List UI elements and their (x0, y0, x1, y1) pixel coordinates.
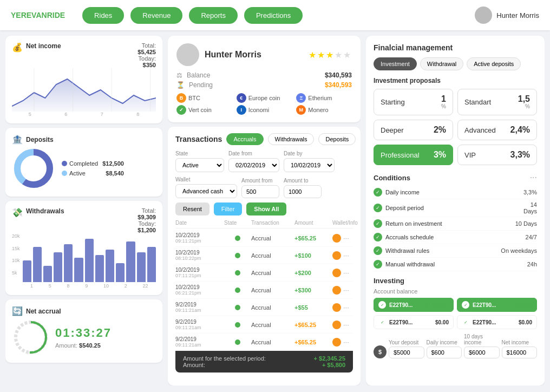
ten-days-input[interactable] (464, 347, 500, 358)
wallet-icon (332, 251, 341, 260)
more-icon[interactable]: ··· (343, 303, 349, 311)
tx-amount: +$300 (294, 287, 332, 293)
condition-row: ✓ Withdrawal rules On weekdays (374, 244, 537, 258)
more-icon[interactable]: ··· (343, 269, 349, 277)
filter-amount-from: Amount from (241, 178, 279, 198)
bar (23, 260, 31, 282)
tx-date: 10/2/201908:10:22pm (175, 250, 224, 261)
daily-income-input[interactable] (427, 347, 462, 358)
tx-wallet: ··· (332, 321, 361, 329)
completed-dot (62, 161, 67, 166)
filter-row-2: Wallet Advanced cash Amount from Amount … (175, 177, 353, 215)
tab-active-deposits[interactable]: Active deposits (467, 57, 521, 70)
nav-revenue-button[interactable]: Revenue (130, 7, 182, 24)
tx-state-dot (235, 305, 240, 310)
tx-header: Transactions Accruals Withdrawals Deposi… (175, 133, 353, 145)
header-right: Hunter Morris (475, 6, 539, 24)
proposal-button[interactable]: VIP 3,3% (457, 145, 537, 165)
proposals-title: Investment proposals (374, 77, 537, 84)
profile-name: Hunter Morris (205, 50, 261, 60)
tab-withdrawal[interactable]: Withdrawal (420, 57, 463, 70)
transactions-card: Transactions Accruals Withdrawals Deposi… (168, 127, 361, 386)
nav-rides-button[interactable]: Rides (82, 7, 124, 24)
coin-vert: ✓Vert coin (176, 105, 232, 115)
account-item[interactable]: ✓ E22T90... $0.00 (374, 315, 454, 329)
proposal-button[interactable]: Advanced 2,4% (457, 120, 537, 140)
bar (147, 247, 156, 282)
bar (54, 252, 62, 282)
bar (137, 252, 146, 282)
condition-row: ✓ Manual withdrawal 24h (374, 258, 537, 271)
bar (126, 241, 135, 282)
withdrawals-title: Withdrawals (26, 207, 64, 215)
investing-section: Investing Account balance ✓ E22T90... $1… (374, 277, 537, 358)
tx-date: 9/2/201909:11:21am (175, 319, 224, 330)
tx-date: 9/2/201909:11:21am (175, 302, 224, 313)
summary-bar: Amount for the selected period: + $2,345… (175, 351, 353, 373)
tab-accruals[interactable]: Accruals (226, 133, 263, 145)
more-icon[interactable]: ··· (343, 234, 349, 242)
state-select[interactable]: Active (175, 158, 224, 172)
tx-table-body: 10/2/201909:11:21pm Accrual +$65.25 ··· … (175, 230, 353, 351)
tx-wallet: ··· (332, 338, 361, 347)
amount-to-input[interactable] (284, 185, 322, 198)
nav-predictions-button[interactable]: Predictions (244, 7, 303, 24)
proposal-button[interactable]: Deeper 2% (374, 120, 453, 140)
deposits-labels: Completed $12,500 Active $8,540 (62, 160, 124, 177)
table-row: 10/2/201907:11:21pm Accrual +$200 ··· (175, 264, 353, 282)
date-from-select[interactable]: 02/02/2019 (228, 158, 279, 172)
tab-investment[interactable]: Investment (374, 57, 417, 70)
table-row: 9/2/201909:11:21am Accrual +$65.25 ··· (175, 316, 353, 334)
active-dot (62, 171, 67, 176)
more-icon[interactable]: ··· (343, 286, 349, 294)
check-icon: ✓ (374, 219, 382, 228)
coin-mon: MMonero (296, 105, 352, 115)
amount-from-input[interactable] (241, 185, 279, 198)
filter-button[interactable]: Filter (214, 202, 242, 215)
wallet-select[interactable]: Advanced cash (175, 184, 237, 198)
conditions-more-icon[interactable]: ··· (530, 173, 537, 182)
table-row: 9/2/201909:11:21am Accrual +$65.25 ··· (175, 334, 353, 351)
more-icon[interactable]: ··· (343, 321, 349, 329)
filter-date-to: Date by 10/02/2019 (284, 151, 335, 172)
net-accrual-title: 🔄 Net accrual (12, 306, 156, 316)
withdrawals-chart: 20k15k10k5k 158910222 (12, 233, 156, 289)
proposal-button[interactable]: Starting 1 % (374, 89, 453, 115)
nav-reports-button[interactable]: Reports (189, 7, 238, 24)
account-item[interactable]: ✓ E22T90... $0.00 (457, 315, 537, 329)
more-icon[interactable]: ··· (343, 338, 349, 346)
check-icon: ✓ (374, 188, 382, 197)
tx-state-dot (235, 253, 240, 258)
coin-eth: ΞEtherium (296, 93, 352, 103)
header: YEREVANRIDE Rides Revenue Reports Predic… (0, 0, 550, 30)
coin-eu: €Europe coin (237, 93, 292, 103)
show-all-button[interactable]: Show All (246, 202, 286, 215)
tab-deposits[interactable]: Deposits (318, 133, 356, 145)
tab-withdrawals[interactable]: Withdrawals (268, 133, 315, 145)
tx-state-dot (235, 322, 240, 328)
net-income-input[interactable] (502, 347, 538, 358)
right-column: Finalcial management Investment Withdraw… (366, 36, 545, 386)
bar (43, 266, 52, 282)
accrual-timer: 01:33:27 (55, 326, 112, 340)
accounts-grid: ✓ E22T90... $1,565.97 ✓ E22T90... $23.89… (374, 298, 537, 329)
proposal-button[interactable]: Professional 3% (374, 145, 453, 165)
profile-avatar (176, 43, 199, 66)
bar (116, 263, 125, 282)
proposal-button[interactable]: Standart 1,5 % (457, 89, 537, 115)
filter-state: State Active (175, 151, 224, 172)
bar (85, 239, 94, 282)
proposals-grid: Starting 1 % Standart 1,5 % Deeper 2% Ad… (374, 89, 537, 165)
resent-button[interactable]: Resent (175, 202, 209, 215)
account-item[interactable]: ✓ E22T90... $1,565.97 (374, 298, 454, 312)
more-icon[interactable]: ··· (343, 251, 349, 259)
condition-row: ✓ Return on investment 10 Days (374, 217, 537, 231)
tx-type: Accrual (251, 252, 294, 259)
wallet-icon (332, 338, 341, 347)
bar (95, 255, 104, 282)
balance-value: $340,593 (325, 71, 352, 79)
deposit-input[interactable] (389, 347, 424, 358)
account-item[interactable]: ✓ E22T90... $23.89 (457, 298, 537, 312)
date-to-select[interactable]: 10/02/2019 (284, 158, 335, 172)
tx-amount: +$200 (294, 270, 332, 276)
